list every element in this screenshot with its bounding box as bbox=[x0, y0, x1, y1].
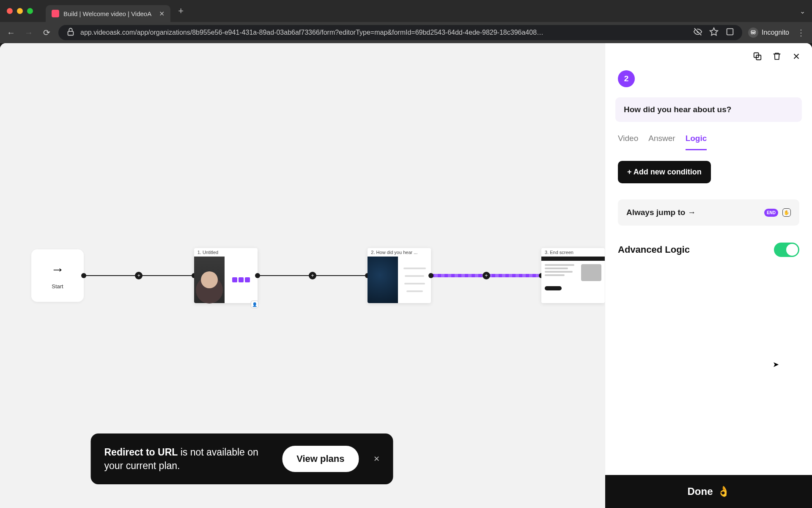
advanced-logic-label: Advanced Logic bbox=[618, 244, 690, 255]
ok-hand-emoji-icon: 👌 bbox=[717, 486, 730, 497]
close-tab-icon[interactable]: ✕ bbox=[159, 10, 165, 18]
add-step-button[interactable]: + bbox=[483, 272, 490, 279]
end-screen-cta bbox=[545, 286, 562, 290]
connector-start-1[interactable]: + bbox=[84, 275, 194, 276]
step-title: 2. How did you hear ... bbox=[368, 248, 431, 257]
reload-button[interactable]: ⟳ bbox=[41, 28, 52, 38]
step-title: 1. Untitled bbox=[194, 248, 258, 257]
advanced-logic-toggle[interactable] bbox=[774, 243, 799, 257]
step-thumbnail bbox=[194, 257, 225, 303]
minimize-window[interactable] bbox=[17, 8, 23, 14]
always-jump-row[interactable]: Always jump to → END ✋ bbox=[618, 199, 799, 226]
close-window[interactable] bbox=[7, 8, 13, 14]
tab-video[interactable]: Video bbox=[618, 130, 638, 150]
back-button[interactable]: ← bbox=[5, 28, 17, 38]
step-preview bbox=[225, 257, 258, 303]
detach-icon[interactable]: ✋ bbox=[782, 208, 791, 217]
end-screen-bar bbox=[541, 257, 605, 261]
start-label: Start bbox=[52, 283, 63, 290]
eye-off-icon[interactable] bbox=[693, 27, 702, 39]
incognito-icon bbox=[748, 28, 758, 38]
always-jump-label: Always jump to bbox=[626, 208, 685, 217]
start-node[interactable]: → Start bbox=[31, 249, 84, 302]
close-toast-icon[interactable]: ✕ bbox=[373, 454, 380, 464]
duplicate-icon[interactable] bbox=[753, 52, 762, 64]
window-controls bbox=[7, 8, 33, 14]
advanced-logic-row: Advanced Logic bbox=[618, 243, 799, 257]
svg-marker-1 bbox=[710, 28, 718, 35]
step-preview bbox=[398, 257, 431, 303]
lock-icon bbox=[66, 27, 75, 38]
add-step-button[interactable]: + bbox=[309, 272, 316, 279]
step-card-end[interactable]: 3. End screen bbox=[541, 248, 605, 303]
browser-menu-icon[interactable]: ⋮ bbox=[795, 28, 807, 38]
delete-icon[interactable] bbox=[772, 52, 782, 64]
maximize-window[interactable] bbox=[27, 8, 33, 14]
step-editor-panel: 2 How did you hear about us? Video Answe… bbox=[605, 43, 812, 508]
new-tab-button[interactable]: + bbox=[178, 6, 184, 17]
url-text: app.videoask.com/app/organizations/8b955… bbox=[80, 29, 688, 36]
star-icon[interactable] bbox=[709, 27, 719, 39]
step-title: 3. End screen bbox=[541, 248, 605, 257]
incognito-badge[interactable]: Incognito bbox=[748, 28, 789, 38]
add-step-button[interactable]: + bbox=[135, 272, 143, 279]
tab-answer[interactable]: Answer bbox=[648, 130, 675, 150]
tab-title: Build | Welcome video | VideoA bbox=[63, 10, 151, 17]
connector-dot bbox=[81, 273, 86, 278]
incognito-label: Incognito bbox=[762, 29, 789, 36]
svg-rect-0 bbox=[68, 31, 74, 35]
browser-titlebar: Build | Welcome video | VideoA ✕ + ⌄ bbox=[0, 0, 812, 22]
question-title[interactable]: How did you hear about us? bbox=[615, 97, 802, 122]
done-label: Done bbox=[688, 486, 713, 497]
step-thumbnail bbox=[368, 257, 398, 303]
address-bar[interactable]: app.videoask.com/app/organizations/8b955… bbox=[58, 25, 742, 40]
toast-message: Redirect to URL is not available on your… bbox=[104, 445, 270, 472]
connector-dot bbox=[428, 273, 433, 278]
step-number-badge: 2 bbox=[618, 70, 635, 87]
arrow-right-icon: → bbox=[51, 262, 64, 277]
browser-tab[interactable]: Build | Welcome video | VideoA ✕ bbox=[46, 5, 170, 22]
forward-button: → bbox=[23, 28, 35, 38]
end-target-pill[interactable]: END bbox=[764, 209, 778, 217]
contact-form-icon[interactable]: 👤 bbox=[251, 301, 258, 308]
tab-logic[interactable]: Logic bbox=[686, 130, 707, 150]
view-plans-button[interactable]: View plans bbox=[282, 446, 359, 472]
arrow-right-icon: → bbox=[688, 208, 696, 217]
tab-favicon bbox=[52, 10, 59, 17]
browser-toolbar: ← → ⟳ app.videoask.com/app/organizations… bbox=[0, 22, 812, 43]
tabstrip-chevron-icon[interactable]: ⌄ bbox=[800, 7, 805, 15]
connector-2-end-active[interactable]: + bbox=[431, 274, 541, 277]
svg-point-4 bbox=[754, 32, 755, 34]
svg-rect-2 bbox=[727, 28, 733, 35]
upgrade-toast: Redirect to URL is not available on your… bbox=[91, 433, 393, 484]
toast-bold: Redirect to URL bbox=[104, 447, 178, 458]
extensions-icon[interactable] bbox=[725, 27, 735, 39]
app-viewport: → Start + 1. Untitled 👤 bbox=[0, 43, 812, 508]
flow-canvas[interactable]: → Start + 1. Untitled 👤 bbox=[0, 43, 605, 508]
end-screen-image bbox=[581, 264, 601, 281]
done-button[interactable]: Done 👌 bbox=[605, 475, 812, 508]
connector-dot bbox=[255, 273, 260, 278]
logic-panel-body: + Add new condition Always jump to → END… bbox=[605, 151, 812, 475]
step-card-2[interactable]: 2. How did you hear ... bbox=[368, 248, 431, 303]
step-card-1[interactable]: 1. Untitled 👤 bbox=[194, 248, 258, 303]
panel-tabs: Video Answer Logic bbox=[605, 130, 812, 151]
add-condition-button[interactable]: + Add new condition bbox=[618, 161, 711, 183]
flow-row: → Start + 1. Untitled 👤 bbox=[0, 248, 605, 303]
svg-point-3 bbox=[751, 32, 753, 34]
connector-1-2[interactable]: + bbox=[258, 275, 368, 276]
close-panel-icon[interactable] bbox=[792, 52, 801, 64]
